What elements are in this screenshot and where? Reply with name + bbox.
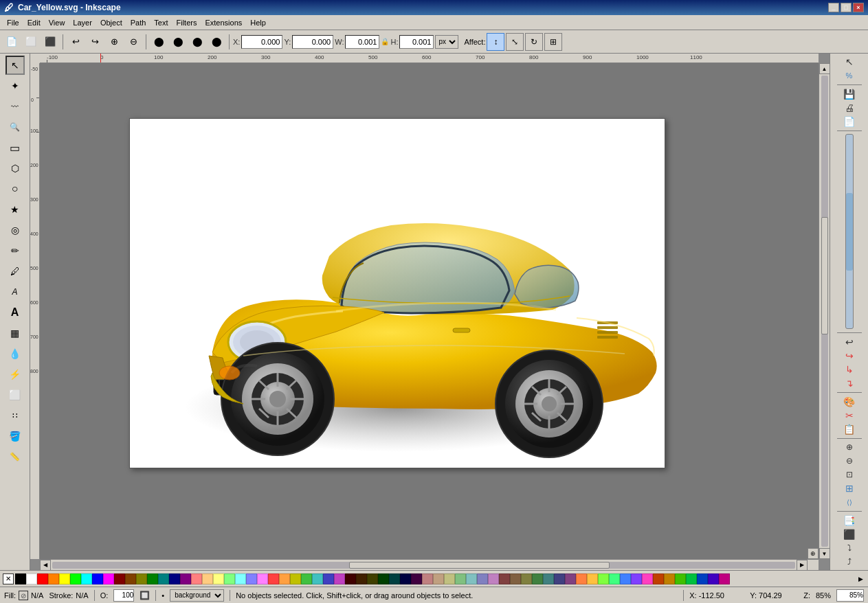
align-left-button[interactable]: ⬤ (150, 33, 168, 51)
menu-object[interactable]: Object (96, 17, 126, 28)
color-swatch-7[interactable] (92, 573, 103, 584)
color-swatch-64[interactable] (719, 573, 730, 584)
no-color-swatch[interactable]: ✕ (3, 573, 14, 584)
unit-select[interactable]: px mm cm in pt (435, 35, 458, 49)
tool-measure[interactable]: 📏 (5, 447, 25, 466)
hscroll-track[interactable] (52, 562, 795, 569)
color-swatch-9[interactable] (114, 573, 125, 584)
color-swatch-63[interactable] (708, 573, 719, 584)
color-swatch-4[interactable] (59, 573, 70, 584)
tool-ellipse[interactable]: ○ (5, 179, 25, 198)
color-swatch-48[interactable] (543, 573, 554, 584)
color-swatch-17[interactable] (202, 573, 213, 584)
tool-fill[interactable]: 🪣 (5, 426, 25, 446)
minimize-button[interactable]: _ (828, 3, 839, 12)
vertical-scrollbar[interactable]: ▲ ▼ (819, 63, 830, 559)
maximize-button[interactable]: □ (841, 3, 852, 12)
tool-zoom[interactable]: 🔍 (5, 117, 25, 137)
opacity-input[interactable] (113, 589, 134, 602)
color-swatch-19[interactable] (224, 573, 235, 584)
scroll-right-button[interactable]: ▶ (797, 560, 808, 571)
h-input[interactable] (399, 35, 434, 49)
xml-editor[interactable]: ⟨⟩ (840, 496, 859, 508)
zoom-fit-view[interactable]: ⊡ (840, 468, 859, 481)
redo-tool[interactable]: ↪ (840, 350, 859, 362)
tool-node[interactable]: ✦ (5, 76, 25, 95)
layers-tool[interactable]: 📑 (840, 514, 859, 527)
color-swatch-55[interactable] (620, 573, 631, 584)
color-swatch-36[interactable] (411, 573, 422, 584)
new-document-button[interactable]: 📄 (3, 33, 21, 51)
color-swatch-27[interactable] (312, 573, 323, 584)
color-swatch-61[interactable] (686, 573, 697, 584)
color-swatch-39[interactable] (444, 573, 455, 584)
export-tool[interactable]: ⤴ (840, 556, 859, 568)
undo-tool[interactable]: ↩ (840, 336, 859, 348)
close-button[interactable]: × (853, 3, 864, 12)
color-swatch-46[interactable] (521, 573, 532, 584)
color-swatch-1[interactable] (26, 573, 37, 584)
color-swatch-28[interactable] (323, 573, 334, 584)
fill-color-box[interactable]: ⊘ (19, 591, 28, 600)
redo-button[interactable]: ↪ (86, 33, 104, 51)
color-swatch-50[interactable] (565, 573, 576, 584)
color-swatch-29[interactable] (334, 573, 345, 584)
w-input[interactable] (345, 35, 379, 49)
color-swatch-24[interactable] (279, 573, 290, 584)
print-tool[interactable]: 🖨 (840, 102, 859, 114)
grid-view[interactable]: ⊞ (840, 482, 859, 494)
tool-spray[interactable]: ∷ (5, 406, 25, 425)
tool-selector[interactable]: ↖ (5, 56, 25, 75)
save-tool[interactable]: 💾 (840, 88, 859, 100)
fill-stroke-tool[interactable]: 🎨 (840, 396, 859, 408)
zoom-in-view[interactable]: ⊕ (840, 441, 859, 453)
color-swatch-53[interactable] (598, 573, 609, 584)
tool-rect[interactable]: ▭ (5, 138, 25, 157)
color-swatch-21[interactable] (246, 573, 257, 584)
x-input[interactable] (241, 35, 282, 49)
color-swatch-44[interactable] (499, 573, 510, 584)
undo-button[interactable]: ↩ (67, 33, 85, 51)
color-swatch-13[interactable] (158, 573, 169, 584)
menu-filters[interactable]: Filters (173, 17, 201, 28)
color-swatch-8[interactable] (103, 573, 114, 584)
canvas-scroll[interactable] (40, 63, 819, 559)
color-swatch-38[interactable] (433, 573, 444, 584)
menu-extensions[interactable]: Extensions (201, 17, 246, 28)
align-right-button[interactable]: ⬤ (188, 33, 206, 51)
color-swatch-43[interactable] (488, 573, 499, 584)
color-swatch-6[interactable] (81, 573, 92, 584)
tool-dropper[interactable]: 💧 (5, 344, 25, 363)
color-swatch-45[interactable] (510, 573, 521, 584)
tool-pen[interactable]: 🖊 (5, 262, 25, 281)
color-swatch-11[interactable] (136, 573, 147, 584)
scroll-up-button[interactable]: ▲ (819, 63, 830, 74)
paste-tool[interactable]: 📋 (840, 423, 859, 435)
menu-layer[interactable]: Layer (69, 17, 96, 28)
color-swatch-5[interactable] (70, 573, 81, 584)
color-swatch-47[interactable] (532, 573, 543, 584)
color-swatch-3[interactable] (48, 573, 59, 584)
color-swatch-26[interactable] (301, 573, 312, 584)
connect-tool[interactable]: ↳ (840, 363, 859, 376)
palette-scroll-right[interactable]: ▶ (856, 573, 865, 584)
color-swatch-20[interactable] (235, 573, 246, 584)
scroll-left-button[interactable]: ◀ (40, 560, 51, 571)
tool-text[interactable]: A (5, 303, 25, 322)
color-swatch-49[interactable] (554, 573, 565, 584)
affect-btn-1[interactable]: ↕ (487, 33, 504, 51)
doc-properties-tool[interactable]: 📄 (840, 115, 859, 128)
color-swatch-16[interactable] (191, 573, 202, 584)
color-swatch-60[interactable] (675, 573, 686, 584)
color-swatch-12[interactable] (147, 573, 158, 584)
horizontal-scrollbar[interactable]: ◀ ▶ (40, 559, 819, 570)
zoom-input[interactable] (836, 589, 864, 602)
color-swatch-42[interactable] (477, 573, 488, 584)
affect-btn-3[interactable]: ↻ (525, 33, 543, 51)
color-swatch-33[interactable] (378, 573, 389, 584)
color-swatch-22[interactable] (257, 573, 268, 584)
menu-path[interactable]: Path (126, 17, 151, 28)
canvas-area[interactable]: -100 0 100 200 300 400 500 600 700 800 9… (30, 54, 830, 570)
select-same-button[interactable]: ⬛ (41, 33, 59, 51)
tool-connector[interactable]: ⚡ (5, 365, 25, 384)
